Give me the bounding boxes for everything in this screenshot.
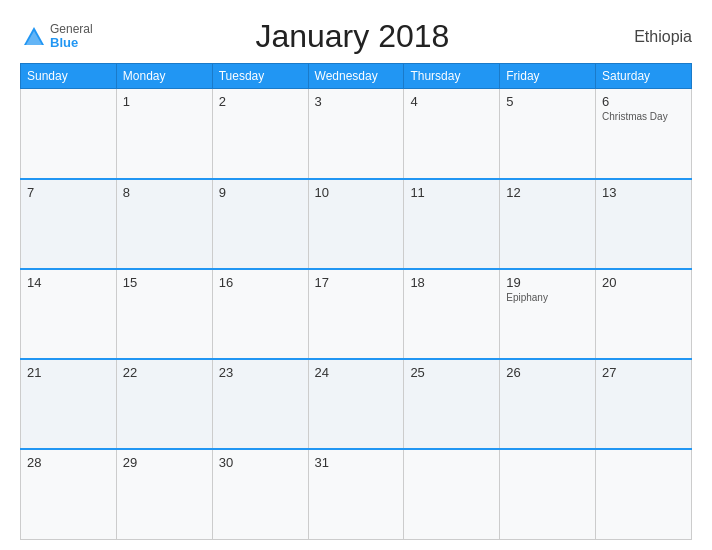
calendar-cell: 9	[212, 179, 308, 269]
day-number: 4	[410, 94, 493, 109]
day-number: 6	[602, 94, 685, 109]
col-thursday: Thursday	[404, 64, 500, 89]
day-number: 15	[123, 275, 206, 290]
day-number: 5	[506, 94, 589, 109]
logo-general-text: General	[50, 23, 93, 36]
calendar-cell	[500, 449, 596, 539]
day-number: 28	[27, 455, 110, 470]
calendar-cell: 27	[596, 359, 692, 449]
day-number: 19	[506, 275, 589, 290]
day-number: 21	[27, 365, 110, 380]
holiday-name: Christmas Day	[602, 111, 685, 122]
col-friday: Friday	[500, 64, 596, 89]
calendar-cell: 14	[21, 269, 117, 359]
day-number: 24	[315, 365, 398, 380]
calendar-cell: 16	[212, 269, 308, 359]
calendar-cell	[596, 449, 692, 539]
calendar-cell: 8	[116, 179, 212, 269]
day-number: 1	[123, 94, 206, 109]
country-label: Ethiopia	[612, 28, 692, 46]
calendar-cell: 24	[308, 359, 404, 449]
calendar-cell: 11	[404, 179, 500, 269]
day-number: 22	[123, 365, 206, 380]
day-number: 3	[315, 94, 398, 109]
calendar-cell: 25	[404, 359, 500, 449]
day-number: 9	[219, 185, 302, 200]
day-number: 29	[123, 455, 206, 470]
calendar-week-row: 21222324252627	[21, 359, 692, 449]
calendar-cell: 4	[404, 89, 500, 179]
calendar-cell: 5	[500, 89, 596, 179]
calendar-cell: 6Christmas Day	[596, 89, 692, 179]
day-number: 23	[219, 365, 302, 380]
calendar-page: General Blue January 2018 Ethiopia Sunda…	[0, 0, 712, 550]
day-number: 25	[410, 365, 493, 380]
calendar-week-row: 123456Christmas Day	[21, 89, 692, 179]
calendar-week-row: 141516171819Epiphany20	[21, 269, 692, 359]
calendar-week-row: 78910111213	[21, 179, 692, 269]
month-title: January 2018	[93, 18, 612, 55]
day-number: 27	[602, 365, 685, 380]
calendar-table: Sunday Monday Tuesday Wednesday Thursday…	[20, 63, 692, 540]
logo-icon	[20, 23, 48, 51]
calendar-cell: 31	[308, 449, 404, 539]
calendar-cell: 12	[500, 179, 596, 269]
col-monday: Monday	[116, 64, 212, 89]
calendar-cell: 20	[596, 269, 692, 359]
day-number: 10	[315, 185, 398, 200]
calendar-week-row: 28293031	[21, 449, 692, 539]
col-tuesday: Tuesday	[212, 64, 308, 89]
holiday-name: Epiphany	[506, 292, 589, 303]
calendar-cell: 15	[116, 269, 212, 359]
day-number: 13	[602, 185, 685, 200]
day-number: 26	[506, 365, 589, 380]
col-wednesday: Wednesday	[308, 64, 404, 89]
day-number: 8	[123, 185, 206, 200]
calendar-cell: 23	[212, 359, 308, 449]
calendar-header: General Blue January 2018 Ethiopia	[20, 18, 692, 55]
logo-blue-text: Blue	[50, 36, 93, 50]
calendar-cell	[404, 449, 500, 539]
day-number: 20	[602, 275, 685, 290]
calendar-cell: 2	[212, 89, 308, 179]
calendar-cell: 29	[116, 449, 212, 539]
day-number: 11	[410, 185, 493, 200]
day-number: 31	[315, 455, 398, 470]
logo: General Blue	[20, 23, 93, 51]
calendar-cell: 13	[596, 179, 692, 269]
calendar-cell: 26	[500, 359, 596, 449]
calendar-cell	[21, 89, 117, 179]
col-saturday: Saturday	[596, 64, 692, 89]
weekday-header-row: Sunday Monday Tuesday Wednesday Thursday…	[21, 64, 692, 89]
col-sunday: Sunday	[21, 64, 117, 89]
calendar-cell: 22	[116, 359, 212, 449]
day-number: 16	[219, 275, 302, 290]
calendar-cell: 19Epiphany	[500, 269, 596, 359]
calendar-cell: 1	[116, 89, 212, 179]
day-number: 7	[27, 185, 110, 200]
calendar-cell: 21	[21, 359, 117, 449]
day-number: 2	[219, 94, 302, 109]
calendar-cell: 3	[308, 89, 404, 179]
logo-text: General Blue	[50, 23, 93, 50]
day-number: 12	[506, 185, 589, 200]
calendar-cell: 10	[308, 179, 404, 269]
calendar-cell: 17	[308, 269, 404, 359]
day-number: 17	[315, 275, 398, 290]
calendar-cell: 18	[404, 269, 500, 359]
calendar-cell: 28	[21, 449, 117, 539]
day-number: 18	[410, 275, 493, 290]
day-number: 30	[219, 455, 302, 470]
day-number: 14	[27, 275, 110, 290]
calendar-cell: 30	[212, 449, 308, 539]
calendar-cell: 7	[21, 179, 117, 269]
